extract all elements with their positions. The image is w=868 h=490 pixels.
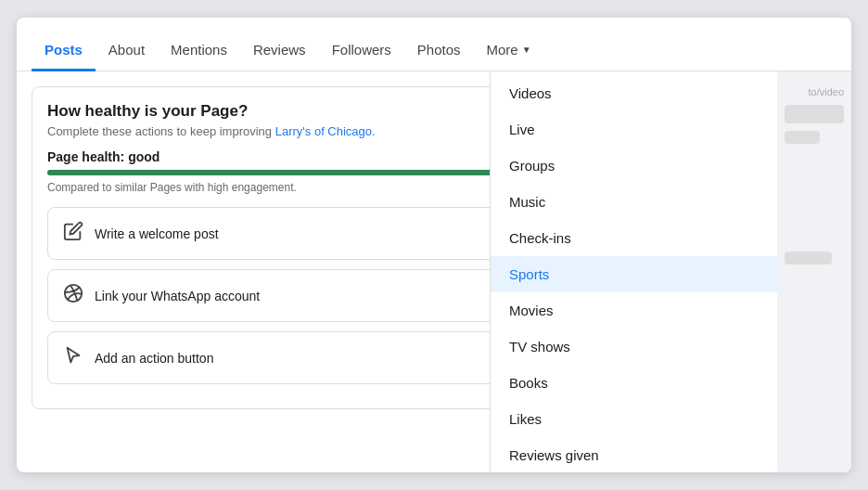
nav-item-posts[interactable]: Posts: [32, 31, 96, 71]
dropdown-item-sports[interactable]: Sports: [491, 256, 777, 292]
dropdown-item-live[interactable]: Live: [491, 111, 777, 148]
subtitle-highlight: Larry's of Chicago.: [275, 124, 376, 138]
right-panel-label: to/video: [785, 86, 844, 97]
dropdown-item-check-ins[interactable]: Check-ins: [491, 220, 777, 256]
right-panel: to/video: [777, 71, 851, 472]
nav-item-reviews[interactable]: Reviews: [240, 31, 319, 71]
nav-item-followers[interactable]: Followers: [319, 31, 404, 71]
nav-bar: PostsAboutMentionsReviewsFollowersPhotos…: [17, 18, 851, 71]
dropdown-item-music[interactable]: Music: [491, 184, 777, 220]
dropdown-item-books[interactable]: Books: [491, 365, 777, 401]
dropdown-item-movies[interactable]: Movies: [491, 292, 777, 329]
chevron-down-icon: ▼: [522, 45, 531, 55]
dropdown-item-likes[interactable]: Likes: [491, 401, 777, 437]
nav-item-more[interactable]: More▼: [474, 31, 544, 71]
dropdown-item-groups[interactable]: Groups: [491, 148, 777, 184]
nav-item-photos[interactable]: Photos: [404, 31, 474, 71]
right-bar-2: [785, 131, 820, 144]
right-bar-3: [785, 251, 832, 264]
dropdown-overlay: VideosLiveGroupsMusicCheck-insSportsMovi…: [490, 71, 777, 472]
dropdown-item-tv-shows[interactable]: TV shows: [491, 329, 777, 365]
dropdown-menu: VideosLiveGroupsMusicCheck-insSportsMovi…: [491, 71, 777, 472]
page-wrapper: PostsAboutMentionsReviewsFollowersPhotos…: [17, 18, 851, 472]
dropdown-item-videos[interactable]: Videos: [491, 75, 777, 111]
link-whatsapp-label: Link your WhatsApp account: [95, 289, 260, 303]
content-area: ✕ How healthy is your Page? Complete the…: [17, 71, 851, 472]
nav-item-mentions[interactable]: Mentions: [158, 31, 240, 71]
dropdown-item-reviews-given[interactable]: Reviews given: [491, 437, 777, 472]
write-welcome-post-label: Write a welcome post: [95, 226, 219, 241]
cursor-icon: [63, 345, 83, 370]
edit-icon: [63, 221, 83, 246]
nav-more-label: More: [487, 42, 518, 58]
nav-item-about[interactable]: About: [96, 31, 158, 71]
whatsapp-icon: [63, 283, 83, 308]
subtitle-prefix: Complete these actions to keep improving: [47, 124, 275, 138]
right-bar-1: [785, 105, 844, 123]
add-action-label: Add an action button: [95, 351, 213, 366]
